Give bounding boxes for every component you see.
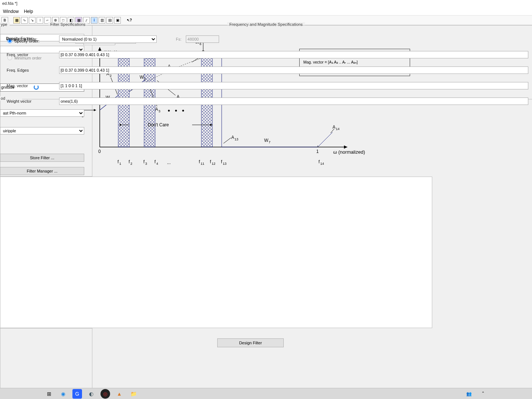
mag-vector-label: Mag. vector bbox=[7, 83, 55, 88]
svg-line-15 bbox=[318, 132, 332, 147]
full-icon[interactable]: ▣ bbox=[114, 17, 121, 24]
svg-text:2: 2 bbox=[130, 162, 132, 166]
svg-text:7: 7 bbox=[269, 140, 270, 144]
edge-icon[interactable]: ◉ bbox=[58, 389, 68, 399]
svg-text:1: 1 bbox=[119, 162, 121, 166]
response-type-title: ype bbox=[0, 22, 10, 27]
info-icon[interactable]: i bbox=[91, 17, 98, 24]
taskbar: ⊞ ◉ G ◐ ◎ ▲ 📁 👥 ˄ bbox=[0, 388, 532, 399]
design-filter-button[interactable]: Design Filter bbox=[217, 338, 284, 347]
freq-edges-input[interactable] bbox=[59, 66, 528, 74]
freq-vector-input[interactable] bbox=[59, 51, 528, 58]
frequency-units-select[interactable]: Normalized (0 to 1) bbox=[59, 35, 157, 43]
tray-chevron-icon[interactable]: ˄ bbox=[478, 389, 488, 399]
svg-text:f: f bbox=[199, 159, 200, 164]
svg-text:4: 4 bbox=[156, 162, 158, 166]
app-g-icon[interactable]: G bbox=[72, 389, 82, 399]
mag-vector-input[interactable] bbox=[59, 82, 528, 89]
menubar: Window Help bbox=[0, 7, 532, 16]
filter-specs-title: Filter Specifications bbox=[48, 22, 88, 27]
matlab-icon[interactable]: ▲ bbox=[115, 389, 124, 399]
phase-icon[interactable]: ∿ bbox=[21, 17, 28, 24]
svg-text:12: 12 bbox=[212, 162, 215, 166]
impulse-icon[interactable]: ⁞ bbox=[37, 17, 43, 24]
store-filter-button[interactable]: Store Filter ... bbox=[0, 154, 84, 162]
window-title: ed.fda *] bbox=[0, 0, 532, 7]
app-circle-icon[interactable]: ◐ bbox=[86, 389, 96, 399]
svg-text:f: f bbox=[129, 159, 130, 164]
weight-vector-label: Weight vector bbox=[7, 99, 55, 103]
svg-text:f: f bbox=[154, 159, 156, 164]
fs-label: Fs: bbox=[176, 37, 181, 41]
svg-text:1: 1 bbox=[316, 149, 319, 154]
svg-line-38 bbox=[224, 138, 231, 143]
svg-text:A: A bbox=[231, 135, 234, 140]
design-method-select-2[interactable]: uiripple bbox=[0, 127, 84, 134]
svg-text:11: 11 bbox=[201, 162, 204, 166]
frequency-units-label: Frequency Units: bbox=[7, 37, 55, 41]
svg-text:14: 14 bbox=[336, 127, 340, 131]
filter-manager-button[interactable]: Filter Manager ... bbox=[0, 167, 84, 175]
group-delay-icon[interactable]: ↘ bbox=[29, 17, 35, 24]
view-icon[interactable]: ▤ bbox=[106, 17, 113, 24]
menu-window[interactable]: Window bbox=[3, 9, 19, 14]
svg-text:f: f bbox=[210, 159, 211, 164]
weight-vector-input[interactable] bbox=[59, 98, 528, 105]
freq-vector-label: Freq. vector bbox=[7, 52, 55, 57]
filter-specs-panel: Filter Specifications bbox=[0, 177, 432, 328]
spec-icon[interactable]: ▥ bbox=[99, 17, 105, 24]
svg-text:14: 14 bbox=[320, 162, 324, 166]
whatsthis-icon[interactable]: ↖? bbox=[126, 17, 133, 24]
svg-text:f: f bbox=[143, 159, 145, 164]
menu-help[interactable]: Help bbox=[24, 9, 33, 14]
freq-mag-title: Frequency and Magnitude Specifications bbox=[227, 22, 305, 27]
explorer-icon[interactable]: 📁 bbox=[129, 389, 138, 399]
svg-text:13: 13 bbox=[235, 137, 238, 141]
taskview-icon[interactable]: ⊞ bbox=[44, 389, 54, 399]
svg-text:W: W bbox=[264, 138, 269, 143]
svg-text:f: f bbox=[318, 159, 320, 164]
svg-text:...: ... bbox=[167, 160, 171, 165]
obs-icon[interactable]: ◎ bbox=[100, 389, 110, 399]
fs-input bbox=[186, 35, 219, 43]
svg-text:A: A bbox=[332, 125, 335, 130]
response-icon[interactable]: ▦ bbox=[13, 17, 20, 24]
svg-text:f: f bbox=[221, 159, 222, 164]
svg-text:3: 3 bbox=[145, 162, 147, 166]
dontcare-label: Don't Care bbox=[148, 122, 169, 127]
svg-text:13: 13 bbox=[223, 162, 226, 166]
svg-text:f: f bbox=[117, 159, 119, 164]
freq-edges-label: Freq. Edges bbox=[7, 68, 55, 72]
svg-text:ω (normalized): ω (normalized) bbox=[333, 149, 365, 155]
svg-text:0: 0 bbox=[98, 149, 101, 154]
people-icon[interactable]: 👥 bbox=[464, 389, 474, 399]
